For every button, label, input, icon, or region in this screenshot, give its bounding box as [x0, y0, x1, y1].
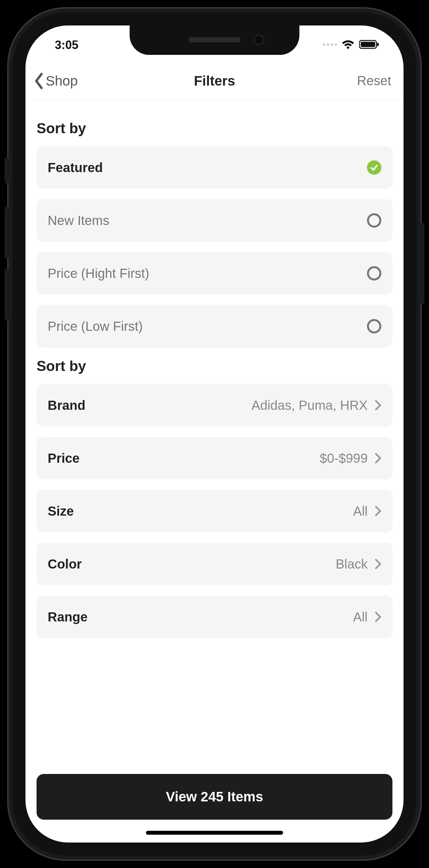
- chevron-left-icon: [34, 73, 44, 89]
- filter-row-price[interactable]: Price $0-$999: [37, 437, 392, 479]
- back-button[interactable]: Shop: [34, 61, 78, 100]
- phone-notch: [130, 26, 299, 55]
- sort-option-price-high[interactable]: Price (Hight First): [37, 252, 392, 294]
- status-time: 3:05: [48, 35, 79, 52]
- radio-unchecked-icon: [367, 213, 381, 227]
- view-items-button[interactable]: View 245 Items: [37, 774, 392, 820]
- sort-option-featured[interactable]: Featured: [37, 146, 392, 189]
- section-title-filters: Sort by: [37, 358, 392, 374]
- filter-value: Black: [336, 557, 368, 571]
- radio-unchecked-icon: [367, 266, 381, 280]
- filter-label: Brand: [48, 398, 86, 413]
- chevron-right-icon: [375, 505, 381, 517]
- chevron-right-icon: [375, 453, 381, 464]
- nav-bar: Shop Filters Reset: [26, 61, 403, 100]
- filter-label: Color: [48, 557, 82, 571]
- filter-label: Range: [48, 610, 88, 624]
- sort-option-label: New Items: [48, 213, 110, 228]
- cellular-dots-icon: [323, 43, 337, 46]
- filter-value: All: [353, 504, 368, 519]
- filter-row-range[interactable]: Range All: [37, 596, 392, 638]
- filter-value: All: [353, 610, 368, 624]
- filter-value: Adidas, Puma, HRX: [251, 398, 368, 413]
- silence-switch: [5, 157, 8, 184]
- reset-button[interactable]: Reset: [357, 61, 392, 100]
- wifi-icon: [341, 39, 355, 49]
- back-label: Shop: [46, 73, 78, 89]
- status-right: [323, 37, 381, 49]
- svg-rect-2: [377, 43, 379, 46]
- phone-screen: 3:05: [26, 26, 403, 842]
- cta-label: View 245 Items: [166, 789, 263, 805]
- filter-label: Size: [48, 504, 74, 519]
- sort-option-label: Featured: [48, 160, 103, 175]
- volume-down-button: [5, 269, 8, 321]
- filter-row-size[interactable]: Size All: [37, 490, 392, 532]
- front-camera: [254, 35, 264, 45]
- home-indicator[interactable]: [146, 831, 283, 835]
- sort-option-label: Price (Low First): [48, 319, 143, 334]
- content-area: Sort by Featured New Items Price (Hight …: [26, 107, 403, 842]
- page-title: Filters: [26, 73, 403, 89]
- chevron-right-icon: [375, 558, 381, 569]
- battery-icon: [359, 39, 379, 49]
- filter-row-color[interactable]: Color Black: [37, 543, 392, 585]
- phone-bezel: 3:05: [12, 12, 417, 856]
- sort-option-new-items[interactable]: New Items: [37, 199, 392, 242]
- checkmark-icon: [367, 160, 381, 175]
- phone-frame: 3:05: [7, 7, 422, 861]
- speaker-grille: [188, 37, 241, 42]
- filter-value: $0-$999: [319, 451, 368, 466]
- radio-unchecked-icon: [367, 319, 381, 334]
- volume-up-button: [5, 207, 8, 259]
- section-title-sort: Sort by: [37, 120, 392, 136]
- sort-option-label: Price (Hight First): [48, 266, 149, 281]
- chevron-right-icon: [375, 400, 381, 411]
- sort-option-price-low[interactable]: Price (Low First): [37, 305, 392, 347]
- filter-label: Price: [48, 451, 80, 466]
- power-button: [421, 223, 424, 304]
- filter-row-brand[interactable]: Brand Adidas, Puma, HRX: [37, 384, 392, 427]
- svg-rect-1: [361, 42, 375, 47]
- chevron-right-icon: [375, 611, 381, 622]
